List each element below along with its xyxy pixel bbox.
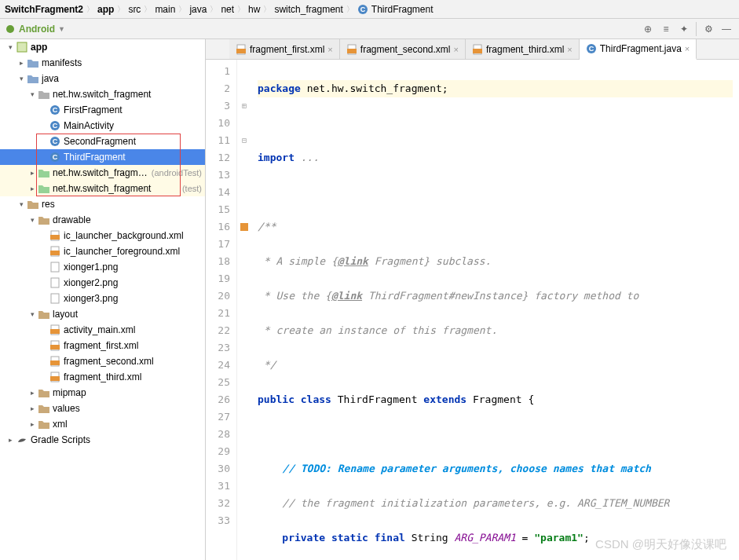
svg-rect-22	[50, 345, 60, 350]
class-icon: C	[49, 119, 61, 132]
fold-icon[interactable]: ⊟	[240, 132, 248, 149]
module-selector[interactable]: Android ▼	[5, 24, 65, 35]
tree-package-androidtest[interactable]: ▸net.hw.switch_fragment(androidTest)	[0, 165, 205, 181]
svg-rect-13	[50, 235, 60, 240]
tab-thirdfragment-java[interactable]: CThirdFragment.java×	[580, 39, 697, 60]
tree-drawable[interactable]: ▾drawable	[0, 212, 205, 228]
sort-icon[interactable]: ≡	[658, 21, 674, 37]
tree-xml[interactable]: ▸xml	[0, 416, 205, 432]
svg-text:C: C	[53, 122, 58, 130]
expand-right-icon: ▸	[27, 185, 38, 192]
code-content[interactable]: package net.hw.switch_fragment; import .…	[251, 60, 739, 560]
crumb[interactable]: src	[128, 4, 141, 15]
chevron-right-icon: 〉	[144, 4, 152, 15]
folder-icon	[27, 57, 39, 69]
tree-layout[interactable]: ▾layout	[0, 306, 205, 322]
svg-point-2	[6, 25, 14, 33]
tree-manifests[interactable]: ▸manifests	[0, 55, 205, 71]
crumb[interactable]: java	[189, 4, 207, 15]
tree-app[interactable]: ▾app	[0, 39, 205, 55]
crumb[interactable]: hw	[248, 4, 260, 15]
tree-file[interactable]: xionger3.png	[0, 291, 205, 306]
crumb[interactable]: main	[155, 4, 175, 15]
chevron-right-icon: 〉	[346, 4, 354, 15]
svg-rect-3	[17, 42, 27, 52]
tab-fragment-first[interactable]: fragment_first.xml×	[229, 39, 340, 59]
package-icon	[38, 88, 50, 101]
tree-file[interactable]: xionger2.png	[0, 275, 205, 291]
crumb[interactable]: ThirdFragment	[371, 4, 434, 15]
tree-gradle[interactable]: ▸Gradle Scripts	[0, 432, 205, 448]
target-icon[interactable]: ⊕	[640, 21, 656, 37]
gradle-icon	[16, 434, 28, 446]
folder-icon	[27, 72, 39, 85]
xml-icon	[49, 355, 61, 368]
tab-fragment-third[interactable]: fragment_third.xml×	[466, 39, 580, 59]
tree-file[interactable]: fragment_first.xml	[0, 338, 205, 353]
folder-icon	[27, 198, 39, 210]
svg-text:C: C	[589, 45, 594, 53]
fold-icon[interactable]: ⊞	[240, 97, 248, 115]
folder-icon	[38, 418, 50, 430]
class-icon: C	[49, 151, 61, 163]
tree-file[interactable]: xionger1.png	[0, 259, 205, 275]
related-icon[interactable]	[239, 221, 250, 232]
settings-icon[interactable]: ⚙	[701, 21, 716, 37]
close-icon[interactable]: ×	[685, 44, 690, 53]
code-editor[interactable]: 1231011121314151617181920212223242526272…	[206, 60, 739, 560]
svg-rect-24	[50, 361, 60, 365]
image-icon	[49, 276, 61, 289]
package-icon	[38, 182, 50, 195]
tree-file[interactable]: ic_launcher_foreground.xml	[0, 243, 205, 259]
tree-package-test[interactable]: ▸net.hw.switch_fragment(test)	[0, 181, 205, 196]
tree-res[interactable]: ▾res	[0, 196, 205, 212]
filter-icon[interactable]: ✦	[676, 21, 692, 37]
tree-file[interactable]: activity_main.xml	[0, 322, 205, 338]
tree-file[interactable]: fragment_second.xml	[0, 353, 205, 369]
tree-mipmap[interactable]: ▸mipmap	[0, 385, 205, 401]
folder-icon	[38, 308, 50, 320]
svg-rect-17	[51, 278, 59, 287]
xml-icon	[49, 324, 61, 336]
crumb[interactable]: net	[221, 4, 234, 15]
tree-java[interactable]: ▾java	[0, 71, 205, 86]
crumb[interactable]: app	[97, 4, 114, 15]
xml-icon	[49, 245, 61, 258]
expand-right-icon: ▸	[27, 404, 38, 412]
expand-down-icon: ▾	[16, 200, 27, 208]
tree-file[interactable]: fragment_third.xml	[0, 369, 205, 385]
tree-class-main[interactable]: CMainActivity	[0, 118, 205, 134]
tree-values[interactable]: ▸values	[0, 401, 205, 416]
svg-rect-32	[473, 49, 482, 53]
collapse-icon[interactable]: —	[719, 21, 734, 37]
close-icon[interactable]: ×	[454, 45, 459, 54]
crumb[interactable]: switch_fragment	[274, 4, 342, 15]
expand-down-icon: ▾	[27, 310, 38, 318]
fold-gutter[interactable]: ⊞ ⊟	[237, 60, 251, 560]
line-gutter[interactable]: 1231011121314151617181920212223242526272…	[206, 60, 237, 560]
class-icon: C	[49, 135, 61, 148]
svg-text:C: C	[53, 137, 58, 145]
xml-icon	[49, 339, 61, 352]
package-icon	[38, 167, 50, 179]
svg-text:C: C	[53, 153, 58, 161]
chevron-right-icon: 〉	[117, 4, 125, 15]
tree-class-first[interactable]: CFirstFragment	[0, 102, 205, 118]
chevron-right-icon: 〉	[263, 4, 271, 15]
tree-package[interactable]: ▾net.hw.switch_fragment	[0, 86, 205, 102]
project-tree[interactable]: ▾app ▸manifests ▾java ▾net.hw.switch_fra…	[0, 39, 206, 560]
close-icon[interactable]: ×	[567, 45, 572, 54]
class-icon: C	[49, 104, 61, 116]
crumb[interactable]: SwitchFragment2	[5, 4, 83, 15]
tree-class-third[interactable]: CThirdFragment	[0, 149, 205, 165]
tree-class-second[interactable]: CSecondFragment	[0, 134, 205, 149]
xml-icon	[49, 371, 61, 383]
svg-text:C: C	[360, 5, 366, 13]
tab-fragment-second[interactable]: fragment_second.xml×	[340, 39, 466, 59]
editor-tabs: fragment_first.xml× fragment_second.xml×…	[206, 39, 739, 60]
folder-icon	[38, 402, 50, 415]
close-icon[interactable]: ×	[327, 45, 332, 54]
svg-rect-16	[51, 262, 59, 272]
svg-rect-30	[347, 49, 357, 53]
tree-file[interactable]: ic_launcher_background.xml	[0, 228, 205, 243]
